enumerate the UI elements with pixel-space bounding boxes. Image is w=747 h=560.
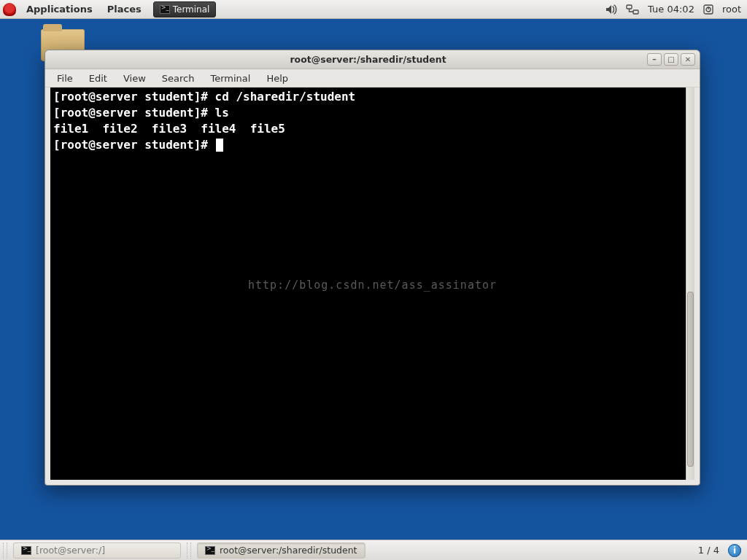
workspace-indicator[interactable]: 1 / 4 <box>691 545 727 556</box>
terminal-content: [root@server student]# cd /sharedir/stud… <box>50 88 694 155</box>
terminal-icon <box>205 546 215 555</box>
top-running-app-label: Terminal <box>173 4 210 15</box>
terminal-line: [root@server student]# cd /sharedir/stud… <box>53 90 355 104</box>
clock[interactable]: Tue 04:02 <box>648 4 694 15</box>
svg-rect-0 <box>627 5 632 9</box>
menu-file[interactable]: File <box>50 71 80 85</box>
terminal-window: root@server:/sharedir/student File Edit … <box>44 50 700 486</box>
menu-terminal[interactable]: Terminal <box>203 71 258 85</box>
user-menu[interactable]: root <box>722 4 741 15</box>
network-icon[interactable] <box>626 4 639 15</box>
terminal-icon <box>160 5 170 14</box>
taskbar-entry-label: [root@server:/] <box>36 545 105 556</box>
shutdown-icon[interactable] <box>703 4 713 15</box>
titlebar[interactable]: root@server:/sharedir/student <box>45 50 700 69</box>
scrollbar[interactable] <box>686 88 694 480</box>
menu-help[interactable]: Help <box>259 71 295 85</box>
terminal-line: [root@server student]# ls <box>53 106 229 120</box>
places-menu[interactable]: Places <box>100 4 149 15</box>
menu-view[interactable]: View <box>116 71 153 85</box>
taskbar-entry-label: root@server:/sharedir/student <box>220 545 357 556</box>
taskbar-entry-2[interactable]: root@server:/sharedir/student <box>197 542 365 559</box>
info-icon[interactable]: i <box>728 544 741 557</box>
close-button[interactable] <box>681 53 695 66</box>
bottom-panel: [root@server:/] root@server:/sharedir/st… <box>0 540 747 560</box>
taskbar-entry-1[interactable]: [root@server:/] <box>13 542 181 559</box>
terminal-icon <box>21 546 31 555</box>
cursor-icon <box>216 139 223 152</box>
minimize-button[interactable] <box>647 53 662 66</box>
terminal-prompt: [root@server student]# <box>53 138 215 152</box>
svg-rect-1 <box>633 10 638 14</box>
scrollbar-thumb[interactable] <box>687 292 694 467</box>
window-title: root@server:/sharedir/student <box>45 54 647 65</box>
top-running-app[interactable]: Terminal <box>153 1 217 18</box>
terminal-viewport[interactable]: [root@server student]# cd /sharedir/stud… <box>50 88 694 480</box>
window-controls <box>647 53 700 66</box>
maximize-button[interactable] <box>664 53 678 66</box>
applications-menu[interactable]: Applications <box>19 4 100 15</box>
system-tray: Tue 04:02 root <box>605 4 747 15</box>
menu-edit[interactable]: Edit <box>82 71 115 85</box>
panel-handle[interactable] <box>3 542 7 559</box>
menubar: File Edit View Search Terminal Help <box>45 69 700 88</box>
panel-handle[interactable] <box>187 542 191 559</box>
watermark-text: http://blog.csdn.net/ass_assinator <box>248 277 497 293</box>
distro-icon <box>3 3 16 16</box>
terminal-line: file1 file2 file3 file4 file5 <box>53 122 285 136</box>
menu-search[interactable]: Search <box>155 71 202 85</box>
sound-icon[interactable] <box>605 4 617 15</box>
top-panel: Applications Places Terminal Tue 04:02 r… <box>0 0 747 19</box>
